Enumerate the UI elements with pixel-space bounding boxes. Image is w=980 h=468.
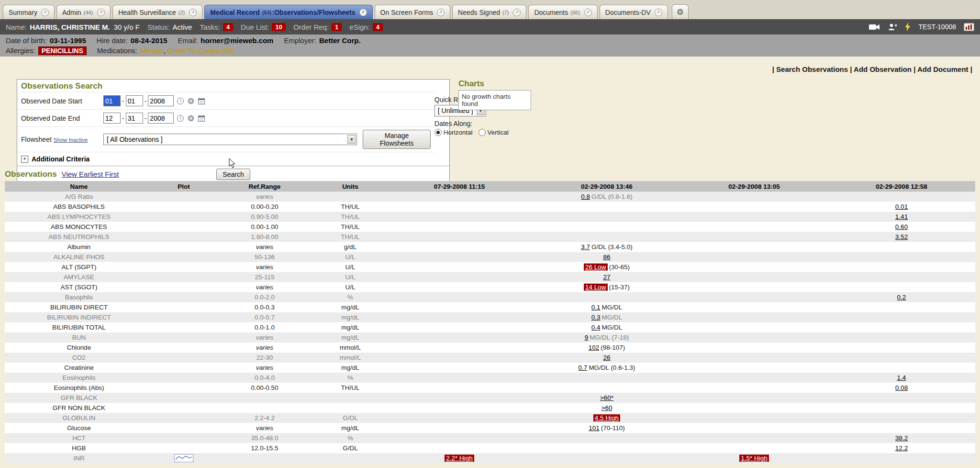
inr-plot-thumbnail[interactable] xyxy=(174,454,193,462)
flowsheet-select[interactable]: [ All Observations ] ▼ xyxy=(103,134,357,145)
horizontal-radio[interactable] xyxy=(434,129,442,136)
observation-value-link[interactable]: 12.2 xyxy=(895,445,908,452)
tab-documents[interactable]: Documents(66)↗ xyxy=(528,5,597,19)
bar-chart-icon[interactable] xyxy=(964,23,974,31)
observation-value-link[interactable]: 1.41 xyxy=(895,213,908,220)
vertical-radio[interactable] xyxy=(479,129,486,136)
date-start-day-input[interactable] xyxy=(126,95,143,106)
observation-value-cell xyxy=(680,222,828,232)
popout-icon[interactable]: ↗ xyxy=(513,9,521,16)
observation-value-link[interactable]: 26 Low xyxy=(584,263,608,271)
observation-value-link[interactable]: >60 xyxy=(601,404,612,411)
date-end-day-input[interactable] xyxy=(126,113,143,124)
observation-value-cell xyxy=(386,342,533,353)
table-row: BUNvariesmg/dL9MG/DL (7-18) xyxy=(5,332,975,342)
observation-name: Eosinophils (Abs) xyxy=(5,383,153,393)
search-button[interactable]: Search xyxy=(216,169,250,180)
ref-range-cell: varies xyxy=(214,332,315,342)
video-camera-icon[interactable] xyxy=(869,23,880,31)
observation-value-link[interactable]: 4.5 High xyxy=(593,414,620,422)
observation-value-link[interactable]: 0.2 xyxy=(897,294,906,301)
observation-value-link[interactable]: 0.01 xyxy=(895,203,908,210)
esign-count-badge[interactable]: 4 xyxy=(373,23,383,31)
allergy-penicillins-badge[interactable]: PENICILLINS xyxy=(38,46,87,55)
ref-range-cell: 0.00-0.20 xyxy=(214,202,315,212)
observation-value-link[interactable]: 1.4 xyxy=(897,374,906,381)
observation-value-link[interactable]: 2.2* High xyxy=(445,455,474,462)
tab-on-screen-forms[interactable]: On Screen Forms↗ xyxy=(375,5,450,19)
tab-admin[interactable]: Admin(44)↗ xyxy=(56,5,111,19)
observation-value-link[interactable]: 3.52 xyxy=(895,233,908,240)
medication-link[interactable]: Ortho Tri-Cyclen (28) xyxy=(167,46,234,55)
order-req-count-badge[interactable]: 1 xyxy=(332,23,342,31)
popout-icon[interactable]: ↗ xyxy=(437,9,445,16)
observation-value-link[interactable]: 0.08 xyxy=(895,384,908,391)
tab-medical-record[interactable]: Medical Record(53):Observations/Flowshee… xyxy=(204,5,372,19)
observation-value-link[interactable]: 38.2 xyxy=(895,434,908,442)
page-action-links: | Search Observations | Add Observation … xyxy=(772,65,972,73)
calendar-icon[interactable] xyxy=(198,97,205,105)
observation-value-link[interactable]: 1.5* High xyxy=(739,455,769,462)
top-link-search-observations[interactable]: Search Observations xyxy=(776,65,848,73)
time-clock-icon[interactable] xyxy=(177,97,184,105)
due-list-count-badge[interactable]: 10 xyxy=(272,23,285,31)
date-start-year-input[interactable] xyxy=(148,95,174,106)
date-end-month-input[interactable] xyxy=(103,113,121,124)
manage-flowsheets-button[interactable]: Manage Flowsheets xyxy=(363,130,430,149)
tab-needs-signed[interactable]: Needs Signed(7)↗ xyxy=(452,5,526,19)
popout-icon[interactable]: ↗ xyxy=(584,9,592,16)
observation-value-link[interactable]: 27 xyxy=(603,274,610,281)
observation-value-link[interactable]: 0.4 xyxy=(591,324,601,331)
view-earliest-first-link[interactable]: View Earliest First xyxy=(62,170,119,178)
observation-value-link[interactable]: 26 xyxy=(603,354,610,361)
popout-icon[interactable]: ↗ xyxy=(655,9,662,16)
observation-value-link[interactable]: 101 xyxy=(589,424,600,432)
observation-value-link[interactable]: 14 Low xyxy=(584,284,608,291)
observation-value-cell xyxy=(386,353,533,363)
plot-cell xyxy=(153,363,214,373)
plot-cell xyxy=(153,242,214,252)
observation-value-cell xyxy=(386,222,533,232)
lightning-bolt-icon[interactable] xyxy=(905,23,911,31)
popout-icon[interactable]: ↗ xyxy=(97,9,105,16)
observation-value-link[interactable]: 0.3 xyxy=(591,314,601,321)
time-clock-icon[interactable] xyxy=(177,114,184,122)
table-row: AST (SGOT)variesU/L14 Low(15-37) xyxy=(5,282,975,292)
table-row: HCT35.0-48.0%38.2 xyxy=(5,433,975,443)
clear-date-icon[interactable] xyxy=(187,114,195,122)
popout-icon[interactable]: ↗ xyxy=(41,9,49,16)
tasks-count-badge[interactable]: 4 xyxy=(223,23,233,31)
observation-value-link[interactable]: 0.8 xyxy=(581,193,590,200)
observation-value-link[interactable]: 0.7 xyxy=(579,364,588,371)
top-link-add-document[interactable]: Add Document xyxy=(917,65,969,73)
calendar-icon[interactable] xyxy=(198,114,205,122)
settings-tab[interactable]: ⚙ xyxy=(672,4,689,19)
add-person-icon[interactable] xyxy=(888,23,897,31)
date-start-month-input[interactable] xyxy=(103,95,121,106)
observation-value-cell xyxy=(828,342,975,353)
popout-icon[interactable]: ↗ xyxy=(359,9,367,16)
ref-range-cell: varies xyxy=(214,282,315,292)
observation-value-link[interactable]: 0.60 xyxy=(895,223,908,230)
show-inactive-link[interactable]: Show Inactive xyxy=(54,137,88,143)
table-row: Albuminvariesg/dL3.7G/DL (3.4-5.0) xyxy=(5,242,975,252)
date-end-year-input[interactable] xyxy=(148,113,174,124)
observation-value-cell xyxy=(828,393,975,403)
ref-range-cell xyxy=(214,453,315,463)
plot-cell xyxy=(153,433,214,443)
clear-date-icon[interactable] xyxy=(187,97,195,105)
observation-value-link[interactable]: 9 xyxy=(585,334,589,341)
observation-value-link[interactable]: >60* xyxy=(600,394,613,401)
expand-plus-icon[interactable]: + xyxy=(21,156,28,163)
observation-value-link[interactable]: 86 xyxy=(603,253,610,261)
medication-link[interactable]: Miralax xyxy=(140,46,163,55)
popout-icon[interactable]: ↗ xyxy=(189,9,197,16)
table-row: Eosinophils0.0-4.0%1.4 xyxy=(5,373,975,383)
observation-value-link[interactable]: 102 xyxy=(589,344,600,351)
tab-documents-dv[interactable]: Documents-DV↗ xyxy=(600,5,668,19)
tab-summary[interactable]: Summary↗ xyxy=(3,5,55,19)
tab-health-surveillance[interactable]: Health Surveillance(2)↗ xyxy=(112,5,202,19)
observation-value-link[interactable]: 0.1 xyxy=(591,304,601,311)
top-link-add-observation[interactable]: Add Observation xyxy=(854,65,912,73)
observation-value-link[interactable]: 3.7 xyxy=(581,243,590,251)
